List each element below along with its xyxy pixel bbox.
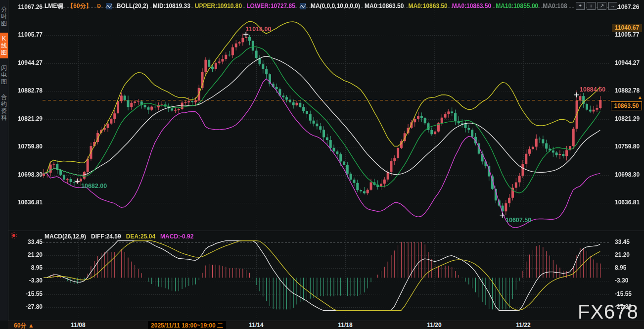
annotation-swing-low-2: 10607.50 <box>506 217 531 224</box>
axis-tick-label: -3.30 <box>10 277 43 284</box>
price-direction-arrow-icon: ▲ <box>638 94 643 100</box>
annotation-swing-high-1: 11018.00 <box>246 26 271 33</box>
boll-indicator-icon[interactable] <box>106 3 112 9</box>
axis-tick-label: 10944.27 <box>615 59 644 66</box>
kline-chart-window: 分时图K线图闪电图合约资料 LME铜 【60分】 ⊖ BOLL(20,2) MI… <box>0 0 644 329</box>
annotation-swing-low-1: 10682.00 <box>81 183 107 189</box>
boll-mid-value: MID:10819.33 <box>153 2 190 9</box>
crosshair-tool-icon[interactable]: + <box>576 2 585 10</box>
x-axis-date-label: 11/14 <box>249 322 263 329</box>
current-price-tag: 10863.50 <box>611 101 642 110</box>
symbol-name: LME铜 <box>45 2 63 10</box>
time-axis-bar: 60分 ▲ 2025/11/11 18:00~19:00 二 11/0811/1… <box>8 321 644 329</box>
axis-tick-label: 21.20 <box>615 251 644 258</box>
axis-tick-label: 10636.81 <box>615 199 644 206</box>
ma-value-4: MA10:10855.00 <box>496 2 538 9</box>
axis-zoom-out-icon[interactable]: ↗ <box>598 2 606 10</box>
session-high-tag: 11040.67 <box>612 24 642 32</box>
axis-tick-label: 10882.78 <box>10 87 43 94</box>
ma-name: MA(0,0,0,10,0,0,0) <box>311 2 360 9</box>
pane-switch-icon[interactable]: → <box>608 2 617 10</box>
axis-tick-label: 11005.77 <box>615 31 644 38</box>
axis-tick-label: 8.95 <box>10 264 43 271</box>
axis-zoom-in-icon[interactable]: ↕ <box>587 2 596 10</box>
axis-tick-label: 10759.80 <box>615 143 644 150</box>
period-badge[interactable]: 【60分】 <box>67 2 92 10</box>
period-selector[interactable]: 60分 ▲ <box>14 322 34 329</box>
macd-indicator-marker-icon[interactable] <box>11 233 17 238</box>
axis-tick-label: 10698.30 <box>615 171 644 178</box>
axis-tick-label: 11067.26 <box>615 3 644 10</box>
x-axis-date-label: 11/18 <box>338 322 352 329</box>
boll-lower-value: LOWER:10727.85 <box>246 2 295 9</box>
axis-tick-label: 10821.29 <box>10 115 43 122</box>
candlestick-chart-canvas[interactable] <box>0 0 644 329</box>
x-axis-date-label: 11/22 <box>516 322 530 329</box>
boll-upper-value: UPPER:10910.80 <box>195 2 242 9</box>
macd-dea-value: DEA:25.04 <box>126 233 155 240</box>
fx678-watermark: FX678 <box>578 301 639 323</box>
axis-tick-label: 10882.78 <box>615 87 644 94</box>
ma-indicator-icon[interactable] <box>300 3 306 9</box>
chart-toolbar: +↕↗→ <box>576 2 617 10</box>
x-axis-date-label: 11/20 <box>427 322 441 329</box>
sidebar-tab-3[interactable]: 闪电图 <box>0 62 8 88</box>
macd-title: MACD(26,12,9) <box>45 233 86 240</box>
axis-tick-label: 8.95 <box>615 264 644 271</box>
axis-tick-label: 10821.29 <box>615 115 644 122</box>
sidebar-tab-1[interactable]: 分时图 <box>0 3 8 29</box>
axis-tick-label: -15.55 <box>615 290 644 297</box>
axis-tick-label: 21.20 <box>10 251 43 258</box>
axis-tick-label: 11005.77 <box>10 31 43 38</box>
x-axis-date-label: 11/08 <box>71 322 85 329</box>
selected-bar-timestamp: 2025/11/11 18:00~19:00 二 <box>148 321 226 329</box>
axis-tick-label: -15.55 <box>10 290 43 297</box>
collapse-icon[interactable]: ⊖ <box>96 2 101 9</box>
ma-value-1: MA0:10863.50 <box>365 2 404 9</box>
sidebar-tab-4[interactable]: 合约资料 <box>0 91 8 124</box>
axis-tick-label: 33.45 <box>10 238 43 245</box>
axis-tick-label: -27.80 <box>10 303 43 310</box>
axis-tick-label: 33.45 <box>615 238 644 245</box>
axis-tick-label: -3.30 <box>615 277 644 284</box>
macd-hist-value: MACD:-0.92 <box>160 233 193 240</box>
axis-tick-label: 11067.26 <box>10 3 43 10</box>
ma-value-2: MA0:10863.50 <box>408 2 447 9</box>
boll-name: BOLL(20,2) <box>117 2 148 9</box>
axis-tick-label: 10698.30 <box>10 171 43 178</box>
ma-value-3: MA0:10863.50 <box>452 2 491 9</box>
ma-value-5: MA0:108 <box>543 2 567 9</box>
sidebar-tab-2[interactable]: K线图 <box>0 33 8 58</box>
axis-tick-label: 10636.81 <box>10 199 43 206</box>
macd-diff-value: DIFF:24.59 <box>91 233 121 240</box>
axis-tick-label: 10759.80 <box>10 143 43 150</box>
indicator-header: LME铜 【60分】 ⊖ BOLL(20,2) MID:10819.33 UPP… <box>45 1 567 10</box>
axis-tick-label: 10944.27 <box>10 59 43 66</box>
annotation-swing-high-2: 10884.50 <box>580 86 605 93</box>
macd-header: MACD(26,12,9) DIFF:24.59 DEA:25.04 MACD:… <box>45 233 193 240</box>
chart-type-sidebar: 分时图K线图闪电图合约资料 <box>0 0 8 321</box>
